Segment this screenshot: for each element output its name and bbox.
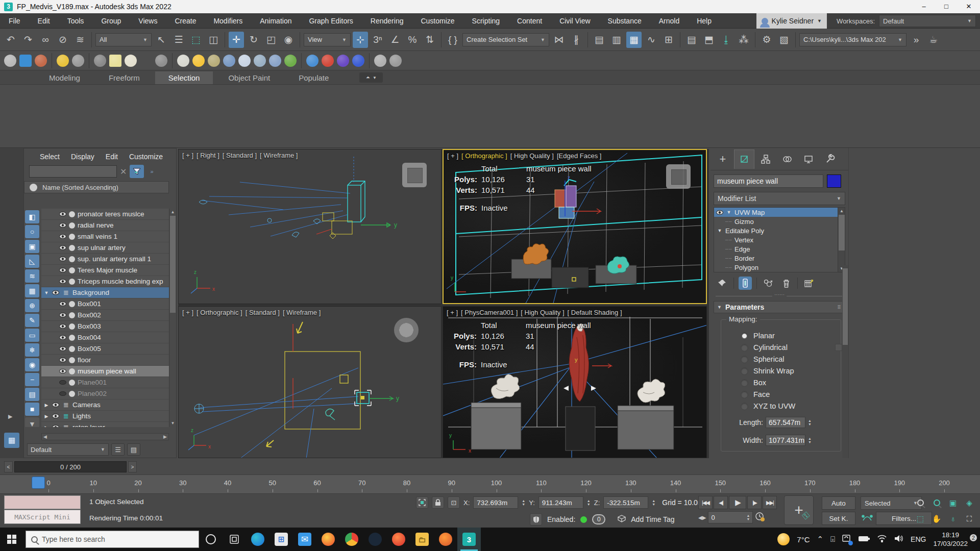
materials-icon[interactable]: ▤ [25, 388, 39, 401]
use-pivot-center-icon[interactable]: ⊹ [353, 32, 368, 48]
mapping-option-box[interactable]: Box [741, 379, 837, 387]
select-by-name-icon[interactable]: ☰ [171, 32, 186, 48]
object-dot-icon[interactable] [69, 380, 75, 386]
expand-triangle-icon[interactable]: ▶ [43, 403, 50, 408]
viewport-label-part[interactable]: [ + ] [447, 152, 458, 160]
visibility-eye-icon[interactable] [52, 414, 59, 418]
list-item[interactable]: floor [41, 355, 169, 366]
camera-speaker-icon[interactable] [94, 55, 106, 67]
rect-region-icon[interactable]: ⬚ [188, 32, 204, 48]
schematic-view-icon[interactable]: ⊞ [661, 32, 676, 48]
menu-civil-view[interactable]: Civil View [551, 13, 599, 29]
solid-icon[interactable]: ■ [25, 403, 39, 416]
prev-frame-button[interactable]: < [4, 461, 13, 472]
ribbon-tab-selection[interactable]: Selection [155, 71, 213, 84]
bones-icon[interactable]: ▭ [25, 329, 39, 342]
maxscript-mini-label[interactable]: MAXScript Mini [4, 510, 81, 524]
state-sets-icon[interactable]: ▧ [776, 32, 792, 48]
hierarchy-tab[interactable] [755, 149, 776, 169]
wifi-icon[interactable] [877, 535, 887, 544]
expand-arrow-icon[interactable]: ▶ [8, 413, 12, 420]
update-icon[interactable] [842, 535, 851, 544]
orbit-icon[interactable]: ♁ [945, 511, 961, 526]
degradation-value-badge[interactable]: 0 [592, 514, 605, 524]
stack-scrollbar[interactable]: ▲▼ [838, 208, 845, 272]
object-dot-icon[interactable] [69, 312, 75, 318]
list-item[interactable]: ▶≣retop layer [41, 422, 169, 427]
egg-white-icon[interactable] [125, 55, 137, 67]
search-input[interactable] [29, 165, 117, 178]
next-frame-button[interactable]: |▶ [747, 496, 762, 509]
pin-stack-icon[interactable] [716, 277, 729, 290]
selection-lock-icon[interactable] [432, 496, 444, 509]
viewport-layout-icon[interactable]: ▦ [4, 433, 19, 448]
maximize-button[interactable]: □ [935, 0, 958, 13]
percent-snap-icon[interactable]: % [405, 32, 420, 48]
visibility-eye-icon[interactable] [59, 257, 66, 261]
maximize-viewport-icon[interactable]: ⛶ [962, 511, 977, 526]
zoom-all-icon[interactable] [929, 495, 944, 510]
utilities-tab[interactable] [820, 149, 840, 169]
visibility-eye-icon[interactable] [59, 391, 66, 396]
visibility-eye-icon[interactable] [59, 268, 66, 272]
viewport-label-part[interactable]: [ Orthographic ] [461, 152, 507, 160]
list-item[interactable]: ▶≣Lights [41, 411, 169, 422]
create-tab[interactable]: + [713, 149, 733, 169]
list-item[interactable]: Box005 [41, 343, 169, 355]
workspace-dropdown[interactable]: Default ▼ [879, 15, 976, 27]
render-teapot-icon[interactable]: ☕ [926, 32, 941, 48]
list-item[interactable]: pronator teres muslce [41, 209, 169, 220]
auto-key-button[interactable]: Auto [822, 496, 855, 510]
mapping-option-shrink-wrap[interactable]: Shrink Wrap [741, 367, 837, 375]
explorer-menu-display[interactable]: Display [66, 153, 99, 161]
opera-icon[interactable] [387, 528, 410, 551]
object-dot-icon[interactable] [69, 222, 75, 229]
list-item[interactable]: small veins 1 [41, 231, 169, 242]
menu-group[interactable]: Group [92, 13, 130, 29]
named-selection-set-dropdown[interactable]: Create Selection Set▼ [462, 33, 549, 46]
viewport-label-part[interactable]: [ PhysCamera001 ] [461, 309, 518, 316]
object-dot-icon[interactable] [69, 279, 75, 285]
spinner-snap-icon[interactable]: ⇅ [422, 32, 437, 48]
filter-funnel-icon[interactable]: ▼ [25, 417, 39, 427]
ribbon-tab-object-paint[interactable]: Object Paint [215, 71, 283, 84]
motion-tab[interactable] [777, 149, 797, 169]
layer-explorer-icon[interactable]: ▥ [609, 32, 624, 48]
angle-snap-icon[interactable]: ∠ [387, 32, 403, 48]
render-sphere-icon[interactable] [19, 55, 32, 67]
moon-sphere-icon[interactable] [238, 55, 251, 67]
visibility-eye-icon[interactable] [59, 302, 66, 306]
modifier-stack-item[interactable]: ┈┈Border [714, 254, 845, 263]
cast-icon[interactable]: ⌻ [830, 535, 835, 544]
list-item[interactable]: Teres Major muscle [41, 265, 169, 276]
battery-icon[interactable] [859, 535, 870, 543]
modifier-list-dropdown[interactable]: Modifier List ▼ [714, 192, 845, 205]
modifier-stack-item[interactable]: ▼Editable Poly [714, 226, 845, 235]
viewport-label-part[interactable]: [ + ] [182, 309, 193, 316]
timeline-tick[interactable]: 0 [46, 479, 50, 487]
language-indicator[interactable]: ENG [911, 535, 926, 543]
account-menu[interactable]: Kylie Seidner ▼ [756, 13, 827, 29]
hidden-icons-chevron[interactable]: ⌃ [817, 535, 823, 544]
current-frame-field[interactable]: 0▲▼ [708, 511, 753, 523]
visibility-eye-icon[interactable] [52, 403, 59, 407]
weather-icon[interactable] [777, 533, 790, 545]
curve-editor-icon[interactable]: ∿ [644, 32, 659, 48]
modify-tab[interactable] [734, 149, 754, 169]
x-coordinate-field[interactable]: 732.693m [473, 496, 518, 509]
project-folder-dropdown[interactable]: C:\Users\kyli...\3ds Max 202▼ [799, 33, 906, 46]
cone-icon[interactable] [177, 55, 189, 67]
steam-icon[interactable] [363, 528, 387, 551]
viewcube[interactable] [402, 163, 427, 187]
bind-spacewarp-icon[interactable]: ≋ [72, 32, 88, 48]
viewport-label-part[interactable]: [Edged Faces ] [557, 152, 601, 160]
render-settings-icon[interactable]: ⚙ [759, 32, 774, 48]
align-icon[interactable]: ∦ [569, 32, 584, 48]
yellow-rect-icon[interactable] [109, 55, 121, 67]
list-item[interactable]: ▶≣Cameras [41, 399, 169, 411]
explorer-icon[interactable]: 🗀 [410, 528, 434, 551]
zoom-icon[interactable] [913, 495, 928, 510]
visibility-eye-icon[interactable] [59, 324, 66, 329]
visibility-eye-icon[interactable] [52, 290, 59, 295]
object-dot-icon[interactable] [69, 234, 75, 240]
